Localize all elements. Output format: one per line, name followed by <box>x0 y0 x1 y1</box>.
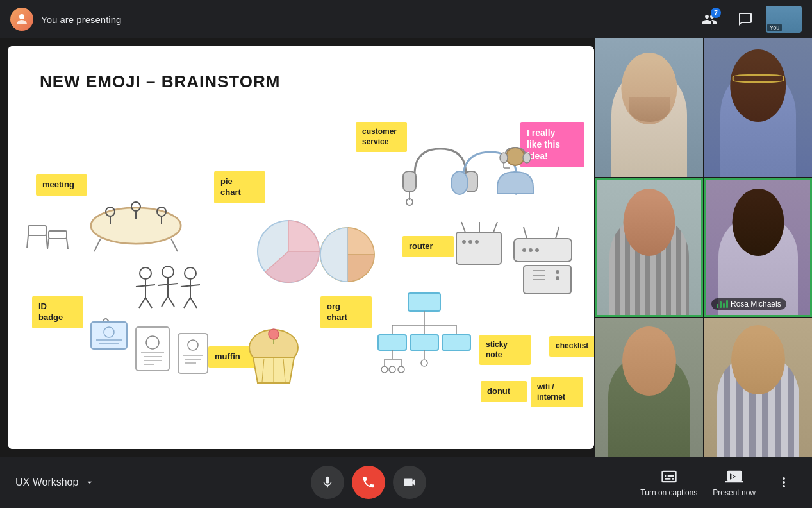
svg-rect-59 <box>378 335 406 350</box>
participant-tile-2 <box>704 38 812 177</box>
svg-point-68 <box>381 366 388 373</box>
svg-line-3 <box>94 239 101 251</box>
svg-point-90 <box>475 240 479 244</box>
user-avatar <box>10 8 33 31</box>
svg-rect-84 <box>456 232 501 264</box>
svg-point-79 <box>506 148 524 165</box>
svg-point-22 <box>162 266 174 278</box>
svg-line-85 <box>461 222 465 232</box>
svg-point-27 <box>185 267 196 279</box>
whiteboard-presentation: NEW EMOJI – BRAINSTORM meeting piechart … <box>8 46 594 449</box>
svg-line-87 <box>493 222 497 232</box>
sticky-sticky-note: stickynote <box>479 335 531 365</box>
svg-point-72 <box>421 360 427 366</box>
svg-point-101 <box>556 270 559 274</box>
camera-button[interactable] <box>393 466 426 499</box>
svg-rect-55 <box>408 293 440 311</box>
svg-line-31 <box>190 298 197 308</box>
whiteboard-title: NEW EMOJI – BRAINSTORM <box>40 72 280 92</box>
present-now-label: Present now <box>713 488 756 497</box>
svg-point-102 <box>556 276 559 280</box>
svg-rect-11 <box>28 226 46 235</box>
svg-line-92 <box>524 227 527 239</box>
svg-point-69 <box>398 366 404 373</box>
svg-rect-73 <box>403 171 416 192</box>
microphone-button[interactable] <box>311 466 344 499</box>
svg-point-70 <box>389 366 395 373</box>
participants-sidebar: Rosa Michaels <box>594 38 812 457</box>
meeting-name-section: UX Workshop <box>15 476 96 489</box>
speaking-indicator <box>717 300 728 308</box>
svg-point-88 <box>462 240 466 244</box>
svg-point-17 <box>140 267 151 279</box>
svg-rect-34 <box>91 322 127 349</box>
svg-rect-97 <box>524 266 571 294</box>
svg-line-93 <box>556 227 559 239</box>
participant-name-rosa: Rosa Michaels <box>711 298 786 310</box>
svg-line-26 <box>168 296 174 307</box>
call-controls <box>311 466 426 499</box>
captions-button[interactable]: Turn on captions <box>640 468 697 497</box>
top-bar: You are presenting 7 You <box>0 0 812 38</box>
self-video-thumb: You <box>766 6 802 33</box>
sticky-checklist: checklist <box>549 336 594 357</box>
meeting-name-chevron[interactable] <box>83 476 96 489</box>
svg-line-15 <box>47 239 49 249</box>
end-call-button[interactable] <box>352 466 385 499</box>
main-area: NEW EMOJI – BRAINSTORM meeting piechart … <box>0 38 812 457</box>
participant-tile-6 <box>704 318 812 457</box>
participants-button[interactable]: 7 <box>694 4 725 35</box>
muffin-sketch <box>242 325 306 396</box>
svg-line-25 <box>162 296 168 307</box>
sticky-pie-chart: piechart <box>214 171 265 203</box>
sticky-donut: donut <box>481 381 527 402</box>
whiteboard-content: NEW EMOJI – BRAINSTORM meeting piechart … <box>8 46 594 449</box>
svg-point-94 <box>522 248 526 252</box>
svg-rect-61 <box>442 335 470 350</box>
chairs-sketch <box>22 213 73 264</box>
top-bar-right: 7 You <box>694 4 802 35</box>
svg-point-53 <box>269 329 279 339</box>
participant-tile-rosa: Rosa Michaels <box>704 178 812 317</box>
bottom-bar: UX Workshop Turn on <box>0 457 812 508</box>
svg-line-12 <box>27 235 28 248</box>
svg-rect-63 <box>410 335 438 350</box>
participant-tile-1 <box>595 38 703 177</box>
people-standing-sketch <box>126 264 203 322</box>
more-options-button[interactable] <box>771 470 797 495</box>
presenting-label: You are presenting <box>41 14 121 25</box>
svg-line-30 <box>184 298 190 308</box>
top-bar-left: You are presenting <box>10 8 121 31</box>
svg-point-89 <box>468 240 472 244</box>
svg-line-21 <box>145 298 152 308</box>
participant-count-badge: 7 <box>711 8 721 18</box>
participant-tile-3 <box>595 178 703 317</box>
svg-line-20 <box>139 298 145 308</box>
sticky-wifi: wifi /internet <box>531 377 583 407</box>
svg-point-77 <box>451 171 468 194</box>
captions-label: Turn on captions <box>640 488 697 497</box>
svg-line-4 <box>171 239 178 251</box>
present-now-button[interactable]: Present now <box>713 468 756 497</box>
svg-point-81 <box>523 153 531 163</box>
participant-tile-5 <box>595 318 703 457</box>
org-chart-sketch <box>373 290 476 393</box>
person-headset-sketch <box>490 142 541 200</box>
sticky-router: router <box>402 236 454 257</box>
meeting-name-text: UX Workshop <box>15 477 78 488</box>
sticky-id-badge: IDbadge <box>32 296 83 328</box>
svg-point-96 <box>535 248 539 252</box>
svg-point-0 <box>19 14 24 19</box>
meeting-table-sketch <box>72 187 200 264</box>
svg-point-80 <box>500 153 508 163</box>
chat-button[interactable] <box>730 4 761 35</box>
svg-point-95 <box>529 248 533 252</box>
svg-line-16 <box>67 239 68 249</box>
right-controls: Turn on captions Present now <box>640 468 797 497</box>
pie-charts-sketch <box>251 203 379 306</box>
id-badge-sketch <box>83 316 211 393</box>
router-sketch <box>450 219 578 296</box>
svg-rect-14 <box>49 231 67 239</box>
rosa-name-text: Rosa Michaels <box>731 300 781 309</box>
